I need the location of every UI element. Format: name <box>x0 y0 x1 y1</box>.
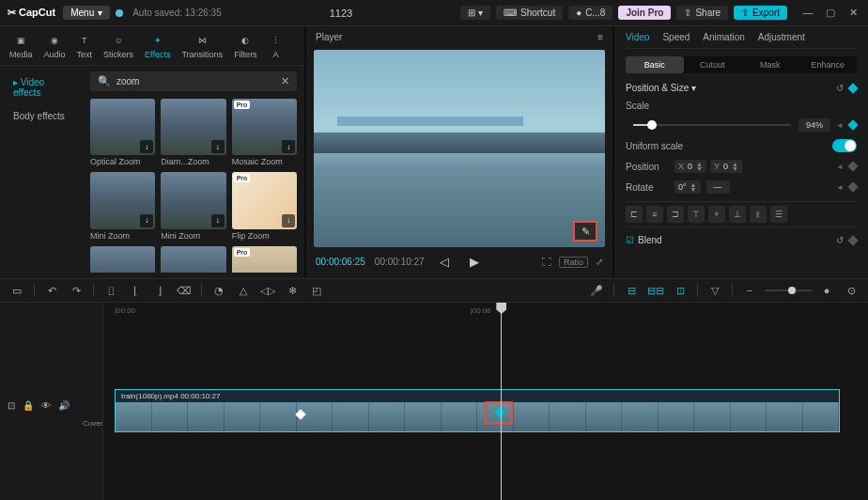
position-x-input[interactable]: X0▲▼ <box>674 160 706 173</box>
timeline-ruler[interactable]: |00:00 |00:06 <box>103 303 868 323</box>
tab-animation[interactable]: Animation <box>703 32 744 42</box>
reset-icon[interactable]: ↺ <box>836 83 844 93</box>
rotate-tool[interactable]: △ <box>234 281 253 300</box>
tab-adjustment[interactable]: Adjustment <box>758 32 805 42</box>
download-icon[interactable]: ↓ <box>211 214 225 227</box>
undo-button[interactable]: ↶ <box>42 281 61 300</box>
search-field[interactable] <box>116 76 275 86</box>
effect-item[interactable]: Pro↓Mosaic Zoom <box>232 99 297 166</box>
rotate-dial[interactable]: — <box>706 180 730 194</box>
timeline-tracks[interactable]: |00:00 |00:06 train(1080p).mp4 00:00:10:… <box>103 303 868 500</box>
scale-keyframe[interactable] <box>847 119 858 130</box>
download-icon[interactable]: ↓ <box>140 140 153 153</box>
menu-button[interactable]: Menu ▾ <box>63 6 110 20</box>
ratio-button[interactable]: Ratio <box>559 257 588 268</box>
effect-item[interactable]: ↓Diam...Zoom <box>161 99 225 166</box>
effect-item[interactable]: ↓Mini Zoom <box>90 172 155 240</box>
preview-toggle[interactable]: ⊡ <box>671 281 690 300</box>
distribute-h[interactable]: ⦀ <box>750 206 767 223</box>
tab-text[interactable]: TText <box>75 33 95 59</box>
download-icon[interactable]: ↓ <box>282 140 295 153</box>
tab-more[interactable]: ⋮A <box>267 33 286 59</box>
effect-item[interactable]: Pro↓Expos... Zoom <box>232 246 297 273</box>
snap-toggle[interactable]: ⊟ <box>622 281 641 300</box>
blend-keyframe[interactable] <box>847 235 858 245</box>
align-bottom[interactable]: ⊥ <box>729 206 746 223</box>
player-viewport[interactable]: ✎ <box>314 50 605 247</box>
play-button[interactable]: ▶ <box>470 255 479 269</box>
stabilize-button[interactable]: ✎ <box>573 221 597 242</box>
download-icon[interactable]: ↓ <box>140 214 153 227</box>
freeze-tool[interactable]: ❄ <box>283 281 302 300</box>
align-top[interactable]: ⊤ <box>688 206 705 223</box>
mic-icon[interactable]: 🎤 <box>587 281 606 300</box>
join-pro-button[interactable]: Join Pro <box>618 6 671 20</box>
tab-video[interactable]: Video <box>626 32 649 42</box>
track-lock-icon[interactable]: ⊡ <box>8 400 15 411</box>
select-tool[interactable]: ▭ <box>8 281 26 300</box>
keyframe-icon[interactable] <box>847 83 858 93</box>
align-right[interactable]: ⊐ <box>667 206 684 223</box>
subtab-cutout[interactable]: Cutout <box>684 56 742 73</box>
tab-effects[interactable]: ✦Effects <box>143 33 172 59</box>
fullscreen-icon[interactable]: ⤢ <box>596 257 603 267</box>
share-button[interactable]: ⇧ Share <box>676 6 728 20</box>
blend-section[interactable]: ☑Blend <box>626 235 662 245</box>
kf-prev-icon[interactable]: ◄ <box>836 121 844 130</box>
prev-frame-button[interactable]: ◁ <box>440 255 449 269</box>
keyframe-highlight[interactable] <box>485 401 513 424</box>
tab-media[interactable]: ▣Media <box>8 33 35 59</box>
distribute-v[interactable]: ☰ <box>770 206 787 223</box>
track-mute-icon[interactable]: 👁 <box>41 400 51 411</box>
playhead[interactable] <box>501 303 502 500</box>
trim-right[interactable]: ⌋ <box>150 281 169 300</box>
tab-speed[interactable]: Speed <box>662 32 690 42</box>
download-icon[interactable]: ↓ <box>282 214 295 227</box>
shortcut-button[interactable]: ⌨ Shortcut <box>496 6 563 20</box>
category-video-effects[interactable]: ▸ Video effects <box>6 71 77 103</box>
speed-tool[interactable]: ◔ <box>209 281 228 300</box>
subtab-basic[interactable]: Basic <box>626 56 684 73</box>
marker-tool[interactable]: ▽ <box>705 281 724 300</box>
align-left[interactable]: ⊏ <box>626 206 643 223</box>
subtab-enhance[interactable]: Enhance <box>799 56 858 73</box>
mirror-tool[interactable]: ◁▷ <box>258 281 277 300</box>
rotate-input[interactable]: 0°▲▼ <box>674 180 701 194</box>
zoom-fit[interactable]: ⊙ <box>842 281 860 300</box>
effect-item[interactable]: ↓Slow Zoom <box>90 246 155 273</box>
track-audio-icon[interactable]: 🔊 <box>58 400 70 411</box>
scale-value[interactable]: 94% <box>798 118 830 132</box>
split-tool[interactable]: ⌷ <box>101 281 120 300</box>
tab-filters[interactable]: ◐Filters <box>232 33 259 59</box>
scale-slider[interactable] <box>633 124 791 126</box>
effect-item[interactable]: ↓Mini Zoom <box>161 172 225 240</box>
tab-stickers[interactable]: ☺Stickers <box>101 33 135 59</box>
uniform-scale-toggle[interactable] <box>832 139 857 152</box>
window-close[interactable]: ✕ <box>845 7 860 19</box>
blend-reset-icon[interactable]: ↺ <box>836 235 844 245</box>
search-clear[interactable]: ✕ <box>281 75 289 87</box>
position-keyframe[interactable] <box>847 161 858 171</box>
effect-item[interactable]: ↓Slow Zoom <box>161 246 225 273</box>
crop-tool[interactable]: ◰ <box>307 281 326 300</box>
video-clip[interactable]: train(1080p).mp4 00:00:10:27 <box>115 389 840 432</box>
link-toggle[interactable]: ⊟⊟ <box>646 281 665 300</box>
kf-prev-icon[interactable]: ◄ <box>836 163 844 171</box>
kf-prev-icon[interactable]: ◄ <box>836 183 844 192</box>
zoom-out[interactable]: − <box>740 281 759 300</box>
subtab-mask[interactable]: Mask <box>741 56 799 73</box>
align-center-h[interactable]: ≡ <box>646 206 663 223</box>
align-middle-v[interactable]: + <box>708 206 725 223</box>
player-menu-icon[interactable]: ≡ <box>597 32 603 42</box>
zoom-slider[interactable] <box>765 289 812 291</box>
category-body-effects[interactable]: Body effects <box>6 105 77 127</box>
window-maximize[interactable]: ▢ <box>823 7 838 19</box>
rotate-keyframe[interactable] <box>847 181 858 192</box>
download-icon[interactable]: ↓ <box>211 140 225 153</box>
zoom-in[interactable]: ● <box>817 281 836 300</box>
trim-left[interactable]: ⌊ <box>126 281 145 300</box>
cloud-badge[interactable]: ● C...8 <box>568 6 612 20</box>
crop-icon[interactable]: ⛶ <box>542 257 551 267</box>
tab-audio[interactable]: ◉Audio <box>42 33 68 59</box>
track-visible-icon[interactable]: 🔒 <box>23 400 34 411</box>
